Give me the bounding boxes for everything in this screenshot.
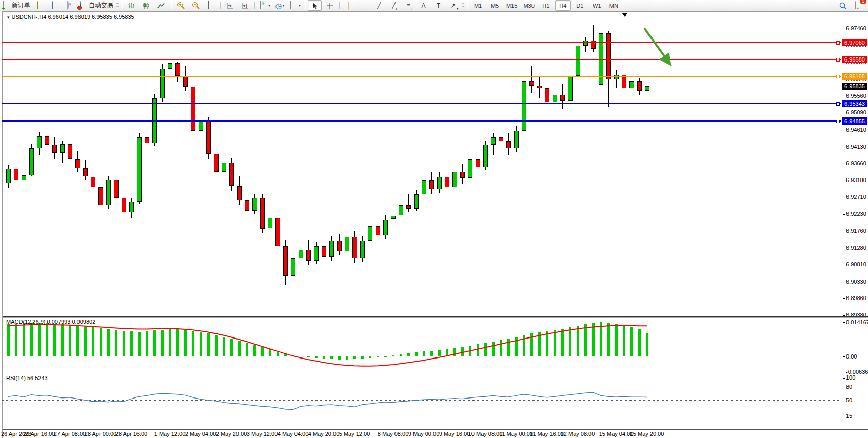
time-axis-label: 28 Apr 16:00	[111, 431, 152, 437]
pane-separator	[3, 316, 868, 317]
candle-bearish	[191, 87, 195, 131]
macd-histogram-bar	[92, 327, 94, 356]
macd-histogram-bar	[253, 345, 256, 356]
candle-bullish	[291, 258, 295, 276]
macd-histogram-bar	[300, 356, 302, 356]
text-label-tool[interactable]: T	[431, 0, 445, 11]
signals-button[interactable]	[63, 0, 76, 11]
tile-windows-button[interactable]	[204, 0, 218, 11]
arrows-tool[interactable]: ↗▾	[446, 0, 460, 11]
crosshair-button[interactable]	[323, 0, 337, 11]
candle-bearish	[114, 180, 119, 198]
candle-bearish	[460, 172, 465, 178]
timeframe-w1-button[interactable]: W1	[589, 0, 605, 11]
vertical-line-tool[interactable]: │	[342, 0, 356, 11]
chart-shift-icon	[241, 2, 249, 9]
candle-bullish	[422, 180, 426, 194]
auto-scroll-button[interactable]	[223, 0, 237, 11]
chart-profiles-button[interactable]	[33, 0, 47, 11]
equidistant-channel-tool[interactable]: ╱E	[387, 0, 401, 11]
timeframe-mn-button[interactable]: MN	[606, 0, 622, 11]
terminal-button[interactable]	[48, 0, 62, 11]
macd-histogram-bar	[61, 324, 64, 356]
fibonacci-retracement-tool[interactable]: ≡F	[402, 0, 416, 11]
chevron-down-icon: ▾	[283, 3, 285, 8]
horizontal-level-line[interactable]	[2, 76, 841, 77]
search-button[interactable]	[836, 0, 850, 11]
candle-bullish	[106, 180, 111, 205]
equidistant-channel-tool-icon: ╱E	[392, 2, 396, 9]
macd-histogram-bar	[392, 355, 394, 356]
new-order-button[interactable]: 新订单	[1, 0, 32, 11]
macd-histogram-bar	[400, 354, 402, 356]
horizontal-level-line[interactable]	[2, 103, 841, 104]
autotrading-label: 自动交易	[89, 1, 113, 10]
candle-bearish	[275, 218, 280, 246]
candle-bullish	[483, 145, 488, 167]
collapse-arrow-icon[interactable]: ▾	[7, 15, 10, 20]
trendline-tool[interactable]: ╱	[372, 0, 386, 11]
timeframe-h4-button[interactable]: H4	[555, 0, 571, 11]
macd-histogram-bar	[484, 343, 487, 356]
macd-histogram-bar	[423, 351, 425, 356]
horizontal-level-line[interactable]	[2, 42, 841, 43]
level-anchor-square	[836, 58, 840, 62]
macd-histogram-bar	[515, 337, 518, 356]
candle-bearish	[122, 198, 126, 212]
candle-bullish	[368, 226, 372, 241]
level-anchor-square	[836, 41, 840, 45]
macd-axis-tick: 0.014167	[843, 319, 866, 325]
zoom-out-button[interactable]	[189, 0, 203, 11]
timeframe-m1-button[interactable]: M1	[470, 0, 486, 11]
horizontal-level-line[interactable]	[2, 120, 841, 122]
separator	[171, 2, 171, 9]
candlestick-chart-button[interactable]	[140, 0, 153, 11]
candle-bearish	[45, 136, 49, 145]
macd-histogram-bar	[492, 342, 495, 356]
indicators-button[interactable]: ▾	[258, 0, 272, 11]
timeframe-m15-button[interactable]: M15	[504, 0, 520, 11]
timeframe-m5-button[interactable]: M5	[487, 0, 503, 11]
notifications-button[interactable]: 1	[851, 0, 864, 11]
level-price-badge: 6.95343	[842, 100, 867, 107]
chart-shift-button[interactable]	[238, 0, 252, 11]
autotrading-button[interactable]: 自动交易	[77, 0, 115, 11]
candle-bearish	[545, 88, 549, 103]
rsi-axis-tick: 50	[843, 397, 866, 403]
horizontal-level-line[interactable]	[2, 59, 841, 60]
drawing-tools-group: │─╱╱E≡FAT↗▾	[342, 0, 461, 11]
timeframe-m30-button[interactable]: M30	[521, 0, 537, 11]
candle-bearish	[206, 120, 211, 154]
periods-button[interactable]: ◷▾	[273, 0, 287, 11]
horizontal-line-tool-icon: ─	[362, 2, 366, 9]
chart-shift-marker[interactable]	[622, 13, 627, 17]
rsi-level-line	[2, 400, 841, 401]
macd-histogram-bar	[230, 339, 233, 356]
macd-histogram-bar	[361, 356, 364, 359]
templates-button[interactable]: ▾	[288, 0, 302, 11]
timeframe-h1-button[interactable]: H1	[538, 0, 554, 11]
cursor-button[interactable]	[308, 0, 322, 11]
line-chart-button[interactable]	[154, 0, 168, 11]
pane-separator	[3, 317, 868, 318]
macd-histogram-bar	[592, 323, 595, 356]
clock-icon: ◷	[275, 2, 281, 10]
price-axis-tick: 6.97460	[843, 25, 866, 31]
macd-histogram-bar	[500, 340, 502, 356]
candle-bullish	[437, 177, 442, 190]
zoom-in-button[interactable]	[174, 0, 188, 11]
horizontal-line-tool[interactable]: ─	[357, 0, 371, 11]
notification-badge: 1	[859, 0, 867, 5]
macd-indicator-label: MACD(12,26,9) 0.007993 0.009802	[6, 318, 95, 325]
toolbar-grip	[116, 2, 119, 9]
text-tool[interactable]: A	[417, 0, 430, 11]
macd-histogram-bar	[277, 351, 279, 356]
bid-price-line	[2, 86, 841, 86]
text-label-tool-icon: T	[437, 2, 440, 9]
timeframe-d1-button[interactable]: D1	[572, 0, 588, 11]
candle-bullish	[6, 169, 11, 183]
candle-bearish	[52, 145, 57, 153]
time-axis-label: 5 May 12:00	[334, 431, 375, 437]
candle-bullish	[452, 172, 457, 187]
bar-chart-button[interactable]	[125, 0, 139, 11]
